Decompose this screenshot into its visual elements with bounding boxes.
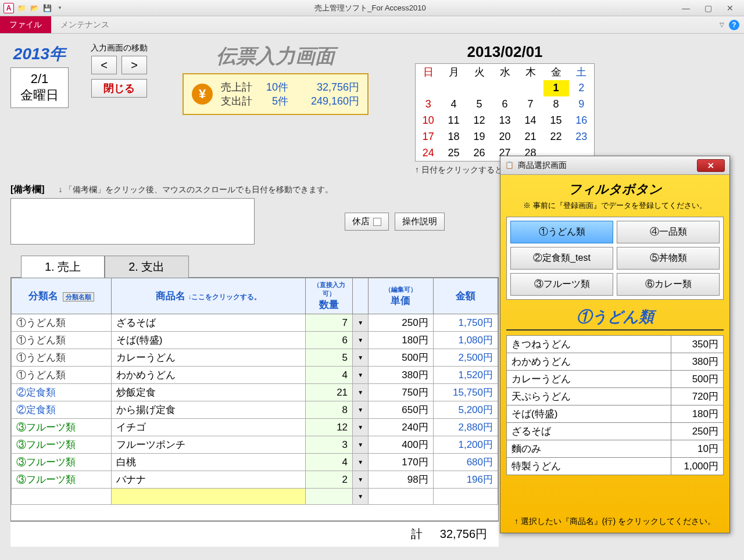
tab-sishutsu[interactable]: 2. 支出 [105, 256, 188, 278]
popup-item-name[interactable]: ざるそば [507, 423, 671, 440]
popup-item-row[interactable]: そば(特盛)180円 [507, 405, 724, 423]
cell-category[interactable]: ③フルーツ類 [12, 436, 112, 454]
cell-product[interactable]: バナナ [112, 471, 306, 489]
calendar-day[interactable]: 18 [441, 129, 467, 145]
cell-product[interactable]: そば(特盛) [112, 332, 306, 349]
holiday-checkbox[interactable] [373, 218, 381, 226]
table-row[interactable]: ②定食類炒飯定食21▼750円15,750円 [12, 384, 498, 401]
popup-item-row[interactable]: 特製うどん1,000円 [507, 458, 724, 475]
cell-unit[interactable]: 750円 [369, 384, 433, 401]
qty-dropdown-icon[interactable]: ▼ [353, 419, 369, 436]
cell-unit[interactable]: 400円 [369, 436, 433, 454]
tab-uriage[interactable]: 1. 売上 [21, 256, 105, 278]
table-row[interactable]: ③フルーツ類イチゴ12▼240円2,880円 [12, 419, 498, 436]
popup-item-row[interactable]: ざるそば250円 [507, 423, 724, 440]
cell-qty[interactable]: 12 [306, 419, 353, 436]
qty-dropdown-icon[interactable]: ▼ [353, 436, 369, 454]
cell-product[interactable] [112, 489, 306, 505]
save-icon[interactable]: 💾 [42, 3, 52, 13]
popup-item-name[interactable]: きつねうどん [507, 336, 671, 353]
close-window-button[interactable]: ✕ [720, 2, 741, 14]
popup-item-name[interactable]: わかめうどん [507, 353, 671, 371]
qty-dropdown-icon[interactable]: ▼ [353, 384, 369, 401]
cell-category[interactable]: ①うどん類 [12, 332, 112, 349]
cell-unit[interactable]: 650円 [369, 401, 433, 419]
qty-dropdown-icon[interactable]: ▼ [353, 401, 369, 419]
cell-product[interactable]: 白桃 [112, 454, 306, 471]
folder-open-icon[interactable]: 📂 [29, 3, 40, 13]
calendar-day[interactable]: 25 [441, 145, 467, 161]
cell-qty[interactable]: 8 [306, 401, 353, 419]
table-row[interactable]: ①うどん類ざるそば7▼250円1,750円 [12, 314, 498, 332]
cell-qty[interactable] [306, 489, 353, 505]
prev-day-button[interactable]: < [91, 56, 117, 74]
qat-dropdown-icon[interactable]: ▼ [55, 3, 65, 13]
manual-button[interactable]: 操作説明 [395, 213, 445, 231]
qty-dropdown-icon[interactable]: ▼ [353, 471, 369, 489]
cell-product[interactable]: から揚げ定食 [112, 401, 306, 419]
qty-dropdown-icon[interactable]: ▼ [353, 349, 369, 367]
popup-item-row[interactable]: カレーうどん500円 [507, 371, 724, 388]
calendar-day[interactable]: 2 [569, 80, 595, 96]
table-row[interactable]: ①うどん類そば(特盛)6▼180円1,080円 [12, 332, 498, 349]
cell-qty[interactable]: 3 [306, 436, 353, 454]
cell-unit[interactable]: 98円 [369, 471, 433, 489]
cell-product[interactable]: 炒飯定食 [112, 384, 306, 401]
cell-unit[interactable] [369, 489, 433, 505]
cell-unit[interactable]: 380円 [369, 367, 433, 384]
cell-product[interactable]: ざるそば [112, 314, 306, 332]
ribbon-collapse-icon[interactable]: ▽ [720, 21, 724, 28]
calendar-day[interactable]: 14 [518, 113, 543, 129]
popup-close-button[interactable]: ✕ [697, 159, 725, 172]
cell-qty[interactable]: 7 [306, 314, 353, 332]
qty-dropdown-icon[interactable]: ▼ [353, 454, 369, 471]
cell-category[interactable]: ③フルーツ類 [12, 454, 112, 471]
calendar-day[interactable]: 3 [416, 96, 441, 113]
calendar-day[interactable]: 19 [467, 129, 492, 145]
table-row[interactable]: ③フルーツ類白桃4▼170円680円 [12, 454, 498, 471]
calendar-day[interactable]: 15 [543, 113, 569, 129]
table-row[interactable]: ③フルーツ類フルーツポンチ3▼400円1,200円 [12, 436, 498, 454]
table-row[interactable]: ①うどん類カレーうどん5▼500円2,500円 [12, 349, 498, 367]
cell-product[interactable]: イチゴ [112, 419, 306, 436]
cell-unit[interactable]: 250円 [369, 314, 433, 332]
cell-qty[interactable]: 4 [306, 454, 353, 471]
ribbon-tab-file[interactable]: ファイル [0, 16, 51, 33]
cell-qty[interactable]: 4 [306, 367, 353, 384]
cell-unit[interactable]: 500円 [369, 349, 433, 367]
table-row-empty[interactable]: ▼ [12, 489, 498, 505]
cell-unit[interactable]: 240円 [369, 419, 433, 436]
qty-dropdown-icon[interactable]: ▼ [353, 314, 369, 332]
maximize-button[interactable]: ▢ [698, 2, 718, 14]
cell-category[interactable]: ①うどん類 [12, 349, 112, 367]
popup-item-row[interactable]: 天ぷらうどん720円 [507, 388, 724, 405]
filter-button[interactable]: ⑤丼物類 [617, 247, 720, 270]
calendar-day[interactable]: 17 [416, 129, 441, 145]
popup-item-name[interactable]: そば(特盛) [507, 405, 671, 423]
calendar-day[interactable]: 23 [569, 129, 595, 145]
cell-category[interactable]: ③フルーツ類 [12, 419, 112, 436]
qty-dropdown-icon[interactable]: ▼ [353, 367, 369, 384]
filter-button[interactable]: ④一品類 [617, 221, 720, 243]
calendar-day[interactable]: 26 [467, 145, 492, 161]
table-row[interactable]: ②定食類から揚げ定食8▼650円5,200円 [12, 401, 498, 419]
next-day-button[interactable]: > [121, 56, 147, 74]
cell-product[interactable]: カレーうどん [112, 349, 306, 367]
cell-category[interactable]: ②定食類 [12, 384, 112, 401]
calendar-day[interactable]: 16 [569, 113, 595, 129]
popup-item-name[interactable]: 特製うどん [507, 458, 671, 475]
calendar-day[interactable]: 13 [492, 113, 518, 129]
calendar-day[interactable]: 4 [441, 96, 467, 113]
holiday-button[interactable]: 休店 [345, 213, 389, 231]
cell-unit[interactable]: 180円 [369, 332, 433, 349]
calendar-day[interactable]: 7 [518, 96, 543, 113]
cell-product[interactable]: わかめうどん [112, 367, 306, 384]
cell-category[interactable]: ②定食類 [12, 401, 112, 419]
sort-button[interactable]: 分類名順 [63, 292, 94, 301]
popup-item-name[interactable]: 麵のみ [507, 440, 671, 458]
calendar-day[interactable]: 22 [543, 129, 569, 145]
popup-item-row[interactable]: 麵のみ10円 [507, 440, 724, 458]
calendar-day[interactable]: 8 [543, 96, 569, 113]
popup-item-name[interactable]: カレーうどん [507, 371, 671, 388]
cell-category[interactable] [12, 489, 112, 505]
